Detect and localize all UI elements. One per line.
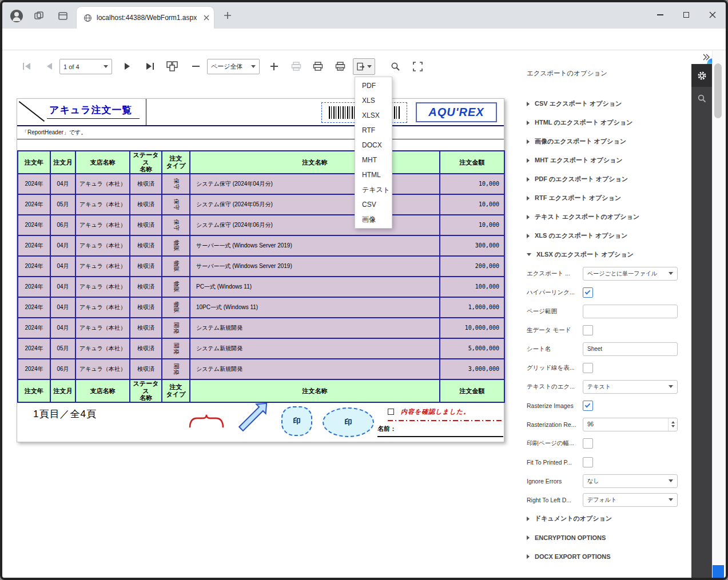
panel-search-tab[interactable] [691,87,712,110]
panel-text-input[interactable] [583,305,678,318]
new-tab-button[interactable] [222,10,233,21]
gear-icon [697,70,707,81]
next-page-button[interactable] [118,58,137,75]
export-button[interactable] [353,58,375,75]
table-row: 2024年06月アキュラ（本社）検収済開発システム新規開発3,000,000 [18,359,504,379]
workspaces-icon[interactable] [33,10,45,22]
table-header-cell: 注文金額 [440,151,504,174]
panel-checkbox[interactable] [583,401,593,411]
print-setup-button[interactable] [287,58,305,75]
panel-scrollbar[interactable] [712,51,723,578]
panel-section-header[interactable]: XLS のエクスポート オプション [527,226,683,245]
table-cell: サーバー一式 (Windows Server 2019) [190,256,440,277]
panel-text-input[interactable]: Sheet [583,342,678,356]
export-menu-item[interactable]: XLSX [355,108,392,123]
panel-section-header[interactable]: テキスト エクスポートのオプション [527,207,683,226]
table-cell: 検収済 [130,256,162,277]
maximize-button[interactable] [673,2,699,27]
report-page: アキュラ注文一覧 AQU'REX 「ReportHeader」です。 注文年注文… [17,98,504,442]
table-header-row: 注文年注文月支店名称ステータス 名称注文 タイプ注文名称注文金額 [18,151,504,174]
panel-collapse-icon[interactable] [701,53,710,62]
table-cell: システム保守 (2024年04月分) [190,174,440,194]
panel-checkbox[interactable] [583,325,593,335]
dropdown-caret-icon [669,385,673,388]
panel-field-row: Fit To Printed P... [527,453,683,471]
page-number-select[interactable]: 1 of 4 [59,59,112,74]
panel-section-header[interactable]: MHT エクスポート オプション [527,151,683,170]
export-menu-item[interactable]: RTF [355,123,392,138]
panel-section-header[interactable]: RTF エクスポート オプション [527,189,683,207]
panel-select[interactable]: なし [583,474,678,488]
table-header-cell: 支店名称 [75,151,130,174]
print-button[interactable] [309,58,327,75]
panel-checkbox[interactable] [583,457,593,467]
select-value: なし [587,477,669,485]
export-menu-item[interactable]: HTML [355,167,392,182]
export-menu-item[interactable]: CSV [355,197,392,212]
tab-close-icon[interactable] [204,15,209,21]
panel-checkbox[interactable] [583,287,593,298]
table-cell: 2024年 [18,338,50,359]
scrollbar-thumb[interactable] [714,63,722,118]
tab-actions-icon[interactable] [57,10,69,22]
minimize-button[interactable] [647,2,673,27]
table-cell: 検収済 [130,297,162,318]
profile-avatar[interactable] [10,10,23,22]
panel-section-header[interactable]: PDF のエクスポート オプション [527,170,683,189]
panel-select[interactable]: デフォルト [583,493,678,507]
panel-section-header[interactable]: 画像のエクスポート オプション [527,132,683,151]
browser-tab[interactable]: localhost:44388/WebForm1.aspx [77,7,214,29]
table-cell: 100,000 [440,277,504,297]
spinner-up-icon[interactable] [671,421,675,423]
table-header-cell: 注文月 [50,151,75,174]
settings-tab[interactable] [691,64,712,87]
table-cell: システム保守 (2024年05月分) [190,194,440,215]
table-cell: システム新規開発 [190,318,440,338]
panel-section-header[interactable]: CSV エクスポート オプション [527,94,683,113]
last-page-button[interactable] [141,58,159,75]
print-all-button[interactable] [331,58,349,75]
export-menu-item[interactable]: テキスト [355,182,392,197]
export-menu-item[interactable]: XLS [355,93,392,108]
close-button[interactable] [699,2,726,27]
panel-field-label: テキストのエク... [527,383,583,391]
fullscreen-button[interactable] [408,58,427,75]
first-page-button[interactable] [18,58,36,75]
zoom-in-button[interactable] [265,58,283,75]
scroll-corner-indicator[interactable] [713,565,724,578]
panel-checkbox[interactable] [583,438,593,449]
header-diagonal-line [19,101,45,122]
zoom-out-button[interactable] [186,58,205,75]
table-cell: アキュラ（本社） [75,174,130,194]
spinner-down-icon[interactable] [671,425,675,427]
panel-section-header[interactable]: ENCRYPTION OPTIONS [527,528,683,547]
page-number-value: 1 of 4 [63,63,79,70]
previous-page-button[interactable] [40,58,58,75]
table-cell: 10,000 [440,174,504,194]
table-cell: アキュラ（本社） [75,215,130,235]
export-menu-item[interactable]: PDF [355,78,392,93]
export-options-panel: エクスポートのオプション CSV エクスポート オプションHTML のエクスポー… [513,51,691,578]
multi-page-view-button[interactable] [163,58,181,75]
zoom-mode-select[interactable]: ページ全体 [207,59,260,74]
panel-xlsx-header: XLSX のエクスポート オプション [527,245,683,264]
panel-checkbox[interactable] [583,363,593,373]
panel-select[interactable]: テキスト [583,380,678,394]
panel-spinner[interactable]: 96 [583,418,678,431]
panel-section-header[interactable]: ドキュメントのオプション [527,509,683,528]
name-field-label: 名前： [377,425,503,437]
panel-section-header[interactable]: XLSX のエクスポート オプション [527,245,683,264]
report-checkbox [388,409,394,415]
export-menu-item[interactable]: 画像 [355,212,392,227]
export-menu-item[interactable]: DOCX [355,138,392,153]
table-row: 2024年05月アキュラ（本社）検収済保守システム保守 (2024年05月分)1… [18,194,504,215]
export-menu-item[interactable]: MHT [355,153,392,167]
search-button[interactable] [386,58,404,75]
table-cell: 2024年 [18,297,50,318]
panel-section-header[interactable]: HTML のエクスポート オプション [527,113,683,132]
panel-field-row: 印刷ページの幅... [527,434,683,453]
panel-field-row: ハイパーリンク... [527,283,683,302]
table-cell: アキュラ（本社） [75,235,130,256]
panel-select[interactable]: ページごとに単一ファイル [583,267,678,281]
panel-section-header[interactable]: DOCX EXPORT OPTIONS [527,547,683,566]
